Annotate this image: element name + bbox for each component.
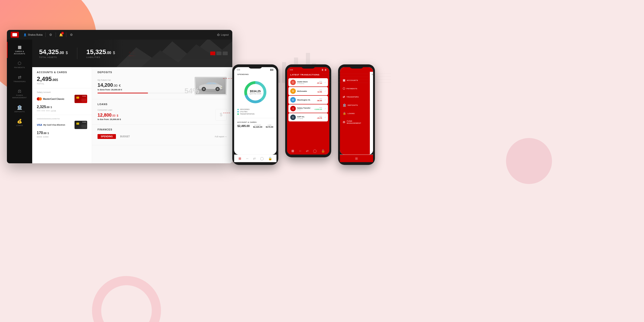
total-assets-amount: 54,325.00 $ <box>39 48 68 56</box>
phone2-nav-profile[interactable]: ◯ <box>313 149 317 153</box>
tx-item-4[interactable]: S Salary Transfer & Ron ... USD +1000.00… <box>288 104 328 113</box>
acc-total-value: $2,495.00 <box>237 124 250 128</box>
tx-icon-2: M <box>290 88 296 94</box>
full-report-link[interactable]: Full report — <box>215 136 227 138</box>
tx-item-2[interactable]: M McDonalds USD 12.96 ✓ <box>288 87 328 95</box>
phone2-nav-transfer[interactable]: ⇄ <box>306 149 309 153</box>
tx-icon-3: W <box>290 97 296 102</box>
transaction-list: O Outlet Store ● Shopping USD -57.14 ✓ <box>287 78 329 147</box>
list-view-button[interactable] <box>216 52 222 55</box>
main-content: ▦ CARDS &ACCOUNTS ⬡ PAYMENTS ⇄ TRANSFERS… <box>7 40 232 163</box>
phone2-nav-lock[interactable]: 🔒 <box>321 149 325 153</box>
account-card-2[interactable]: G000000000000123456700 VISA My Card Visa… <box>32 115 92 141</box>
deposit-progress-bar <box>98 93 191 94</box>
phone1-signal: ▌▌▌ <box>270 69 274 70</box>
acc-cards-row: $2,495.00 ACCOUNT $2,325.00 CARD $170.00 <box>237 124 273 128</box>
profile-button[interactable]: ⚙ <box>69 32 74 37</box>
spending-donut: $534.25 Spent this month <box>243 80 268 105</box>
tx-item-3[interactable]: W Washington St. USD -50.00 ✓ <box>288 96 328 104</box>
chip-icon-2 <box>76 122 79 125</box>
tx-amount-col-5: USD -15.75 <box>317 116 322 119</box>
phone3-nav-home[interactable]: ⊞ <box>355 157 358 160</box>
bg-decoration-circle-right <box>506 138 552 184</box>
nav-home[interactable]: ⊞ <box>238 157 241 160</box>
account-row-1: MasterCard Classic BANK <box>37 95 87 103</box>
nav-lock[interactable]: 🔒 <box>268 157 272 160</box>
grid-view-button[interactable] <box>210 52 215 55</box>
menu-item-transfers[interactable]: ⇄ TRANSFERS <box>340 93 370 101</box>
tx-item-5[interactable]: G GAP Inc. Shopping USD -15.75 ✓ <box>288 113 328 122</box>
notifications-button[interactable]: 🔔 1 <box>59 32 63 37</box>
svg-point-20 <box>216 88 219 90</box>
loan-icon: $ <box>215 109 227 120</box>
phone2-icons: ▌◯ ▌ <box>322 69 326 71</box>
loan-amount-1: 12,800.00 $ <box>98 112 215 118</box>
card-chip-pattern-2 <box>81 124 86 128</box>
transfers-menu-icon: ⇄ <box>343 95 345 98</box>
tx-value-5: -15.75 <box>317 117 322 119</box>
compact-view-button[interactable] <box>223 52 228 55</box>
nav-arrow[interactable]: ⇄ <box>253 157 256 160</box>
account-balance-1: 2,325.00 $ <box>37 105 87 109</box>
tx-amount-col-4: USD +1000.00 <box>314 107 322 110</box>
nav-search[interactable]: ↔ <box>246 157 249 160</box>
sidebar-item-payments[interactable]: ⬡ PAYMENTS <box>7 58 32 72</box>
menu-item-payments[interactable]: ⬡ PAYMENTS <box>340 85 370 92</box>
tx-check-3: ✓ <box>324 99 326 101</box>
tab-spending[interactable]: SPENDING <box>98 134 116 139</box>
sidebar-item-loans[interactable]: 💰 LOANS <box>7 116 32 130</box>
acc-account-item: ACCOUNT $2,325.00 <box>253 124 262 128</box>
nav-profile[interactable]: ◯ <box>260 157 264 160</box>
settings-button[interactable]: ⚙ <box>48 32 53 37</box>
account-balance-2: 170.00 $ <box>37 131 87 135</box>
spending-donut-container: $534.25 Spent this month <box>234 77 276 107</box>
accounts-total-label: TOTAL <box>37 82 87 85</box>
tx-value-2: 12.96 <box>318 91 322 93</box>
card-chip-pattern <box>81 98 86 102</box>
gear-icon: ⚙ <box>49 33 52 36</box>
tx-info-3: Washington St. <box>297 99 315 101</box>
sidebar-label-loans: LOANS <box>16 124 23 127</box>
username: Shalva Bukia <box>28 33 42 36</box>
donut-center: $534.25 Spent this month <box>249 90 262 95</box>
loans-title: LOANS <box>98 103 227 106</box>
sidebar-item-funds[interactable]: ⚖ FUNDSMANAGEMENT <box>7 86 32 102</box>
account-id-2: G000000000000123456700 <box>37 118 87 120</box>
accounts-total-number: 2,495.00$ <box>37 76 87 82</box>
legend-utilities: UTILITIES <box>237 111 273 112</box>
tab-budget[interactable]: BUDGET <box>117 134 133 139</box>
sidebar-item-deposits[interactable]: 🏦 DEPOSITS <box>7 102 32 116</box>
tx-sub-4: & Ron ... <box>297 109 313 110</box>
tx-info-1: Outlet Store ● Shopping <box>297 81 315 84</box>
loans-icon: 💰 <box>17 119 22 123</box>
deposits-menu-icon: 🏦 <box>343 104 346 107</box>
mastercard-brand: MasterCard Classic <box>37 97 64 100</box>
phone2-nav-pay[interactable]: ↔ <box>298 149 302 153</box>
tx-sub-5: Shopping <box>297 118 315 119</box>
phone2-nav-home[interactable]: ⊞ <box>292 149 294 153</box>
menu-item-loans[interactable]: 🔒 LOANS <box>340 110 370 117</box>
menu-item-deposits[interactable]: 🏦 DEPOSITS <box>340 101 370 109</box>
menu-item-fund[interactable]: ⚖ FUND MANAGEMENT <box>340 118 370 126</box>
svg-rect-22 <box>221 87 222 88</box>
phone3-bottom-nav: ⊞ <box>340 154 373 162</box>
liabilities-label: LIABILITIES <box>86 56 115 58</box>
tx-amount-col-3: USD -50.00 <box>317 98 322 102</box>
logout-button[interactable]: ⏻ Logout <box>217 33 228 36</box>
tx-info-2: McDonalds <box>297 90 316 92</box>
account-card-1[interactable]: Salary Account MasterCard Classic <box>32 88 92 115</box>
tx-value-4: +1000.00 <box>314 108 322 110</box>
sidebar-label-cards: CARDS &ACCOUNTS <box>14 50 25 55</box>
tx-name-5: GAP Inc. <box>297 116 315 118</box>
tx-check-5: ✓ <box>324 116 326 119</box>
loans-menu-icon: 🔒 <box>343 112 346 115</box>
legend-dot-transportation <box>237 114 239 115</box>
sidebar-item-cards[interactable]: ▦ CARDS &ACCOUNTS <box>7 42 32 58</box>
phone1-divider <box>234 118 276 118</box>
sidebar-label-deposits: DEPOSITS <box>14 111 24 113</box>
sidebar-item-transfers[interactable]: ⇄ TRANSFERS <box>7 72 32 86</box>
deposit-info-1: My Future Car 14,200.00 € Is done from: … <box>98 79 191 94</box>
finances-title: FINANCES <box>98 128 227 131</box>
accounts-panel-title: ACCOUNTS & CARDS <box>32 67 92 76</box>
mc-circle-right <box>39 97 42 100</box>
